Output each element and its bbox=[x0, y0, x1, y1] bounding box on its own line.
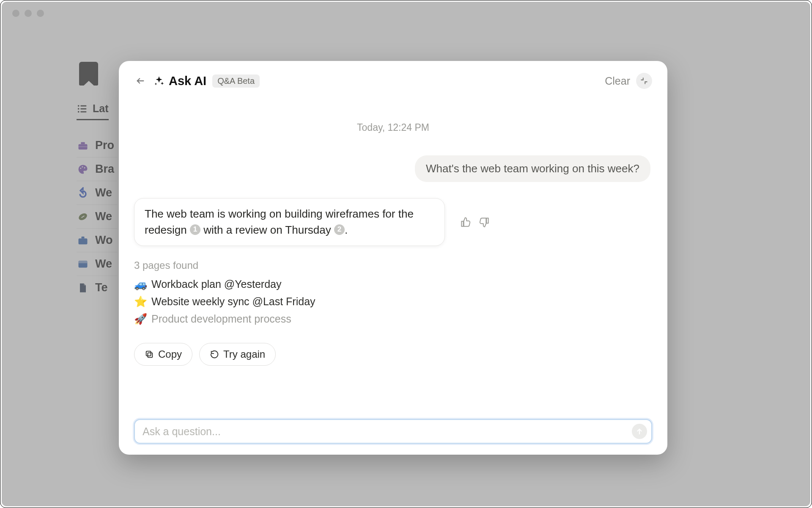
send-button[interactable] bbox=[632, 424, 647, 439]
retry-icon bbox=[210, 350, 219, 359]
conversation-timestamp: Today, 12:24 PM bbox=[134, 122, 652, 133]
source-text: Product development process bbox=[151, 313, 291, 325]
ask-ai-modal: Ask AI Q&A Beta Clear Today, 12:24 PM Wh… bbox=[119, 61, 667, 455]
source-text: Workback plan @Yesterday bbox=[151, 278, 281, 290]
svg-rect-19 bbox=[148, 353, 152, 358]
ask-input[interactable] bbox=[134, 419, 652, 444]
thumbs-down-icon[interactable] bbox=[477, 215, 491, 229]
collapse-button[interactable] bbox=[636, 73, 652, 89]
source-item[interactable]: 🚙 Workback plan @Yesterday bbox=[134, 276, 652, 293]
source-text: Website weekly sync @Last Friday bbox=[151, 295, 315, 308]
citation-chip-1[interactable]: 1 bbox=[190, 224, 200, 235]
thumbs-up-icon[interactable] bbox=[458, 215, 473, 229]
collapse-icon bbox=[640, 77, 648, 85]
beta-badge: Q&A Beta bbox=[212, 75, 260, 88]
ai-text-segment: with a review on Thursday bbox=[200, 224, 334, 236]
copy-button[interactable]: Copy bbox=[134, 343, 192, 366]
app-window: Lat Pro Bra We bbox=[0, 0, 812, 508]
try-again-button[interactable]: Try again bbox=[199, 343, 276, 366]
source-emoji-car-icon: 🚙 bbox=[134, 278, 147, 290]
source-list: 🚙 Workback plan @Yesterday ⭐ Website wee… bbox=[134, 276, 652, 328]
source-item[interactable]: ⭐ Website weekly sync @Last Friday bbox=[134, 293, 652, 310]
copy-label: Copy bbox=[158, 348, 182, 360]
modal-title: Ask AI bbox=[169, 74, 206, 88]
ai-text-segment: . bbox=[345, 224, 348, 236]
ai-response-row: The web team is working on building wire… bbox=[134, 198, 652, 246]
copy-icon bbox=[145, 350, 154, 359]
pages-found-label: 3 pages found bbox=[134, 260, 652, 271]
svg-rect-20 bbox=[146, 351, 151, 356]
sparkle-icon bbox=[154, 75, 165, 86]
action-row: Copy Try again bbox=[134, 343, 652, 366]
source-emoji-rocket-icon: 🚀 bbox=[134, 313, 147, 325]
try-again-label: Try again bbox=[223, 348, 265, 360]
source-item[interactable]: 🚀 Product development process bbox=[134, 310, 652, 328]
back-arrow-icon[interactable] bbox=[134, 75, 147, 87]
citation-chip-2[interactable]: 2 bbox=[334, 224, 345, 235]
ai-message-bubble: The web team is working on building wire… bbox=[134, 198, 445, 246]
source-emoji-star-icon: ⭐ bbox=[134, 295, 147, 308]
clear-button[interactable]: Clear bbox=[605, 75, 630, 87]
user-message-bubble: What's the web team working on this week… bbox=[415, 155, 650, 182]
arrow-up-icon bbox=[636, 428, 643, 435]
feedback-buttons bbox=[458, 215, 491, 229]
modal-header: Ask AI Q&A Beta Clear bbox=[134, 73, 652, 89]
ask-input-container bbox=[134, 419, 652, 444]
